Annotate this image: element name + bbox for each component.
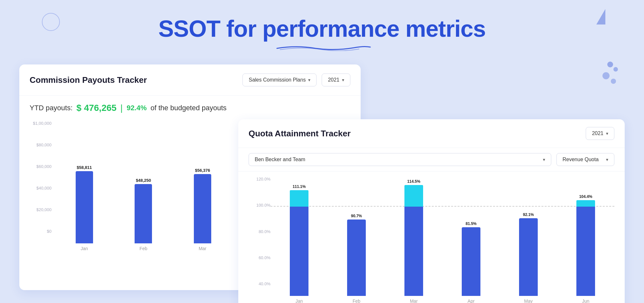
quota-bar-group-apr: 81.5%: [442, 177, 500, 296]
bar-value-feb: $48,250: [136, 178, 151, 183]
quota-chart-area: 120.0% 100.0% 80.0% 60.0% 40.0% 111.1%: [238, 171, 625, 303]
team-label: Ben Becker and Team: [255, 157, 305, 162]
team-dropdown[interactable]: Ben Becker and Team ▾: [249, 153, 551, 166]
quota-bar-top-jan: [290, 190, 308, 207]
y-label-3: $40,000: [26, 186, 52, 191]
quota-bar-bottom-apr: [462, 227, 480, 296]
quota-bar-bottom-jun: [576, 207, 595, 296]
bar-value-jan: $58,811: [77, 165, 92, 170]
quota-bar-value-feb: 90.7%: [351, 214, 362, 218]
quota-bar-stack-mar: [404, 185, 423, 296]
quota-type-chevron-icon: ▾: [606, 157, 608, 162]
page-header: SSOT for performance metrics: [0, 0, 644, 51]
y-label-4: $20,000: [26, 207, 52, 212]
ytd-row: YTD payouts: $ 476,265 | 92.4% of the bu…: [19, 96, 361, 118]
bar-jan: [76, 171, 93, 243]
quota-x-labels: Jan Feb Mar Apr May Jun: [245, 298, 614, 303]
sales-plans-chevron-icon: ▾: [308, 77, 310, 83]
quota-card-header: Quota Attainment Tracker 2021 ▾: [238, 119, 625, 148]
quota-x-label-mar: Mar: [385, 298, 442, 303]
sales-plans-label: Sales Commission Plans: [249, 77, 306, 83]
quota-bar-bottom-feb: [347, 220, 366, 296]
year-dropdown-quota[interactable]: 2021 ▾: [586, 127, 614, 140]
x-label-jan: Jan: [55, 246, 114, 251]
year-dropdown-payouts[interactable]: 2021 ▾: [322, 73, 350, 86]
quota-bar-group-may: 92.1%: [500, 177, 557, 296]
quota-bar-stack-jun: [576, 200, 595, 296]
quota-y-label-4: 40.0%: [245, 281, 270, 286]
bar-mar: [194, 174, 211, 243]
payouts-y-axis: $1,00,000 $80,000 $60,000 $40,000 $20,00…: [26, 121, 52, 243]
quota-bar-bottom-mar: [404, 207, 423, 296]
quota-attainment-card: Quota Attainment Tracker 2021 ▾ Ben Beck…: [238, 119, 625, 303]
quota-x-label-jun: Jun: [557, 298, 614, 303]
quota-x-label-may: May: [500, 298, 557, 303]
quota-bar-stack-jan: [290, 190, 308, 296]
quota-bar-stack-may: [519, 218, 538, 296]
quota-bar-stack-feb: [347, 220, 366, 296]
quota-type-label: Revenue Quota: [563, 157, 599, 162]
quota-type-dropdown[interactable]: Revenue Quota ▾: [556, 153, 614, 166]
x-label-mar: Mar: [173, 246, 232, 251]
payouts-card-title: Commission Payouts Tracker: [30, 75, 237, 85]
quota-bar-bottom-jan: [290, 207, 308, 296]
ytd-label: YTD payouts:: [30, 104, 72, 112]
ytd-divider: |: [120, 103, 123, 113]
y-label-0: $1,00,000: [26, 121, 52, 126]
quota-bar-group-mar: 114.5%: [385, 177, 442, 296]
quota-x-label-feb: Feb: [328, 298, 385, 303]
quota-bar-value-jun: 104.4%: [579, 194, 592, 199]
y-label-1: $80,000: [26, 142, 52, 147]
ytd-amount: $ 476,265: [76, 103, 117, 113]
quota-bar-value-mar: 114.5%: [407, 179, 421, 184]
year-chevron-icon-quota: ▾: [606, 131, 608, 136]
team-chevron-icon: ▾: [543, 157, 545, 162]
quota-bar-top-jun: [576, 200, 595, 207]
quota-y-label-3: 60.0%: [245, 255, 270, 260]
quota-bar-group-feb: 90.7%: [328, 177, 385, 296]
title-underline: [0, 44, 644, 51]
ytd-percent: 92.4%: [127, 104, 147, 112]
quota-bar-group-jan: 111.1%: [270, 177, 328, 296]
quota-y-label-1: 100.0%: [245, 203, 270, 208]
quota-bar-value-jan: 111.1%: [293, 184, 306, 189]
bar-group-feb: $48,250: [114, 121, 173, 243]
quota-bar-stack-apr: [462, 227, 480, 296]
quota-x-label-apr: Apr: [442, 298, 500, 303]
bar-feb: [135, 184, 152, 243]
year-label-quota: 2021: [592, 131, 603, 136]
payouts-card-header: Commission Payouts Tracker Sales Commiss…: [19, 64, 361, 96]
quota-y-label-2: 80.0%: [245, 229, 270, 234]
bar-value-mar: $56,376: [195, 168, 210, 173]
quota-bar-value-apr: 81.5%: [466, 221, 477, 226]
x-label-feb: Feb: [114, 246, 173, 251]
bar-group-jan: $58,811: [55, 121, 114, 243]
quota-bar-group-jun: 104.4%: [557, 177, 614, 296]
quota-y-axis: 120.0% 100.0% 80.0% 60.0% 40.0%: [245, 177, 270, 296]
sales-commission-plans-dropdown[interactable]: Sales Commission Plans ▾: [242, 73, 317, 86]
cards-container: Commission Payouts Tracker Sales Commiss…: [19, 64, 625, 303]
quota-card-title: Quota Attainment Tracker: [249, 129, 581, 139]
quota-bar-bottom-may: [519, 218, 538, 296]
ytd-suffix: of the budgeted payouts: [151, 104, 227, 112]
y-label-2: $60,000: [26, 164, 52, 169]
quota-bar-value-may: 92.1%: [523, 212, 534, 217]
quota-bar-chart: 120.0% 100.0% 80.0% 60.0% 40.0% 111.1%: [245, 177, 614, 296]
year-chevron-icon-payouts: ▾: [342, 77, 344, 83]
y-label-5: $0: [26, 229, 52, 234]
page-title: SSOT for performance metrics: [0, 15, 644, 42]
year-label-payouts: 2021: [328, 77, 339, 83]
quota-y-label-0: 120.0%: [245, 177, 270, 181]
quota-sub-header: Ben Becker and Team ▾ Revenue Quota ▾: [238, 148, 625, 171]
quota-x-label-jan: Jan: [270, 298, 328, 303]
bar-group-mar: $56,376: [173, 121, 232, 243]
quota-bar-top-mar: [404, 185, 423, 207]
